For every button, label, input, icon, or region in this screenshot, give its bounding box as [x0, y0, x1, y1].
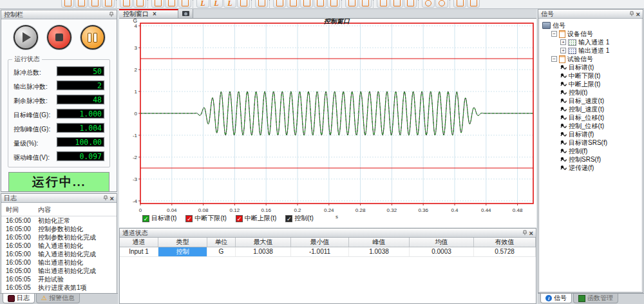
signal-tab-信号[interactable]: i信号 [540, 294, 572, 303]
toolbar-close-file-button[interactable] [88, 0, 101, 8]
toolbar-table-view-button[interactable] [273, 0, 286, 8]
legend-checkbox[interactable]: ✓ [185, 215, 193, 222]
expand-icon[interactable]: + [560, 48, 566, 53]
close-icon[interactable]: × [529, 230, 533, 236]
tree-item-控制(f)[interactable]: 控制(f) [540, 147, 641, 155]
log-tab-日志[interactable]: 日志 [3, 294, 35, 303]
toolbar-layout-cascade-button[interactable] [404, 0, 417, 8]
x-tick-label: 0.2 [294, 207, 301, 213]
toolbar-zoom-in-button[interactable] [422, 0, 435, 8]
log-row[interactable]: 16:05:05执行进度表第1项 [1, 283, 117, 292]
toolbar-table-columns-button[interactable] [300, 0, 313, 8]
tree-item-试验信号[interactable]: −试验信号 [540, 55, 641, 63]
channel-col-6[interactable]: 峰值 [349, 238, 410, 247]
toolbar-window-add-button[interactable] [359, 0, 372, 8]
toolbar-table-add-button[interactable] [287, 0, 299, 8]
tree-item-控制_位移(t)[interactable]: 控制_位移(t) [540, 122, 641, 130]
toolbar-signal-L-large-button[interactable]: L [223, 0, 236, 8]
legend-checkbox[interactable]: ✓ [142, 215, 149, 222]
pause-button[interactable] [80, 25, 105, 50]
toolbar-window-link-button[interactable] [345, 0, 358, 8]
toolbar-new-button[interactable] [61, 0, 74, 8]
legend-item[interactable]: ✓控制(t) [285, 214, 313, 223]
close-icon[interactable]: × [636, 11, 640, 17]
legend-item[interactable]: ✓中断下限(t) [185, 214, 226, 223]
channel-col-8[interactable]: 有效值 [474, 238, 536, 247]
log-row[interactable]: 16:05:00初始化正常 [1, 216, 117, 225]
log-row[interactable]: 16:05:00控制参数初始化 [1, 225, 117, 233]
tree-item-输入通道 1[interactable]: +输入通道 1 [540, 38, 641, 46]
toolbar-save-button[interactable] [102, 0, 115, 8]
toolbar-signal-L-small-button[interactable]: L [196, 0, 209, 8]
toolbar-layout-horizontal-button[interactable] [377, 0, 390, 8]
tree-item-控制_速度(t)[interactable]: 控制_速度(t) [540, 105, 641, 113]
toolbar-favorite-button[interactable] [151, 0, 164, 8]
channel-col-1[interactable]: 通道 [120, 238, 158, 247]
pin-icon[interactable] [109, 12, 114, 17]
tree-item-目标谱(t)[interactable]: 目标谱(t) [540, 63, 641, 71]
channel-status-panel: 通道状态 × 通道类型单位最大值最小值峰值均值有效值Input 1控制G1.00… [119, 228, 536, 304]
snapshot-tab[interactable] [178, 9, 193, 18]
channel-col-2[interactable]: 类型 [158, 238, 207, 247]
tree-item-目标谱(f)[interactable]: 目标谱(f) [540, 130, 641, 138]
expand-icon[interactable]: + [560, 39, 566, 45]
tree-item-目标_位移(t)[interactable]: 目标_位移(t) [540, 113, 641, 122]
toolbar-open-button[interactable] [75, 0, 88, 8]
tree-item-控制(t)[interactable]: 控制(t) [540, 88, 641, 97]
tree-item-逆传递(f)[interactable]: 逆传递(f) [540, 164, 641, 172]
legend-checkbox[interactable]: ✓ [236, 215, 243, 222]
legend-item[interactable]: ✓中断上限(t) [236, 214, 276, 223]
tree-item-中断上限(t)[interactable]: 中断上限(t) [540, 80, 641, 88]
tree-item-目标谱SRS(f)[interactable]: 目标谱SRS(f) [540, 138, 641, 147]
tree-item-设备信号[interactable]: −设备信号 [540, 30, 641, 38]
pin-icon[interactable] [522, 230, 527, 236]
toolbar-copy-button[interactable] [120, 0, 133, 8]
pin-icon[interactable] [103, 195, 108, 201]
log-row[interactable]: 16:05:00输出通道初始化 [1, 258, 117, 267]
legend-checkbox[interactable]: ✓ [285, 215, 292, 222]
toolbar-signal-L-medium-button[interactable]: L [210, 0, 223, 8]
log-row[interactable]: 16:05:00输出通道初始化完成 [1, 267, 117, 275]
log-col-content: 内容 [38, 205, 51, 214]
toolbar-chart-edit-button[interactable] [327, 0, 340, 8]
legend-label: 控制(t) [294, 214, 313, 223]
signal-tab-函数管理[interactable]: 函数管理 [573, 294, 618, 303]
toolbar-attach-button[interactable] [237, 0, 250, 8]
log-row[interactable]: 16:05:00输入通道初始化完成 [1, 250, 117, 258]
legend-item[interactable]: ✓目标谱(t) [142, 214, 176, 223]
toolbar-layout-vertical-button[interactable] [390, 0, 403, 8]
channel-col-3[interactable]: 单位 [207, 238, 236, 247]
collapse-icon[interactable]: − [551, 56, 557, 62]
tree-item-控制SRS(f)[interactable]: 控制SRS(f) [540, 155, 641, 164]
channel-col-7[interactable]: 均值 [410, 238, 474, 247]
tree-item-目标_速度(t)[interactable]: 目标_速度(t) [540, 97, 641, 105]
toolbar-zoom-out-button[interactable] [435, 0, 448, 8]
waveform-leaf-icon [560, 98, 567, 104]
tree-item-输出通道 1[interactable]: +输出通道 1 [540, 46, 641, 55]
toolbar-close-button[interactable] [467, 0, 480, 8]
toolbar-clock-button[interactable] [178, 0, 191, 8]
stop-button[interactable] [47, 25, 71, 50]
toolbar-print-button[interactable] [133, 0, 146, 8]
log-row[interactable]: 16:05:05开始试验 [1, 275, 117, 283]
channel-col-4[interactable]: 最大值 [236, 238, 291, 247]
window-add-icon [362, 0, 369, 6]
channel-row[interactable]: Input 1控制G1.0038-1.00111.00380.00030.572… [120, 247, 536, 257]
log-row[interactable]: 16:05:00输入通道初始化 [1, 242, 117, 250]
tab-control-window[interactable]: 控制窗口 × [119, 9, 178, 18]
close-icon[interactable]: × [110, 195, 114, 202]
collapse-icon[interactable]: − [551, 31, 557, 37]
channel-col-5[interactable]: 最小值 [291, 238, 349, 247]
toolbar-chart-view-button[interactable] [314, 0, 327, 8]
toolbar-undo-button[interactable] [453, 0, 466, 8]
tree-item-信号[interactable]: 信号 [540, 21, 641, 30]
log-row[interactable]: 16:05:00控制参数初始化完成 [1, 233, 117, 242]
log-tab-报警信息[interactable]: ⚠报警信息 [36, 294, 80, 303]
tree-item-中断下限(t)[interactable]: 中断下限(t) [540, 71, 641, 80]
toolbar-pie-chart-button[interactable] [165, 0, 178, 8]
pin-icon[interactable] [629, 11, 634, 17]
close-icon[interactable]: × [153, 11, 156, 17]
play-button[interactable] [14, 25, 38, 50]
signal-tree: 信号−设备信号+输入通道 1+输出通道 1−试验信号目标谱(t)中断下限(t)中… [538, 19, 643, 292]
toolbar-waveform-button[interactable] [255, 0, 268, 8]
